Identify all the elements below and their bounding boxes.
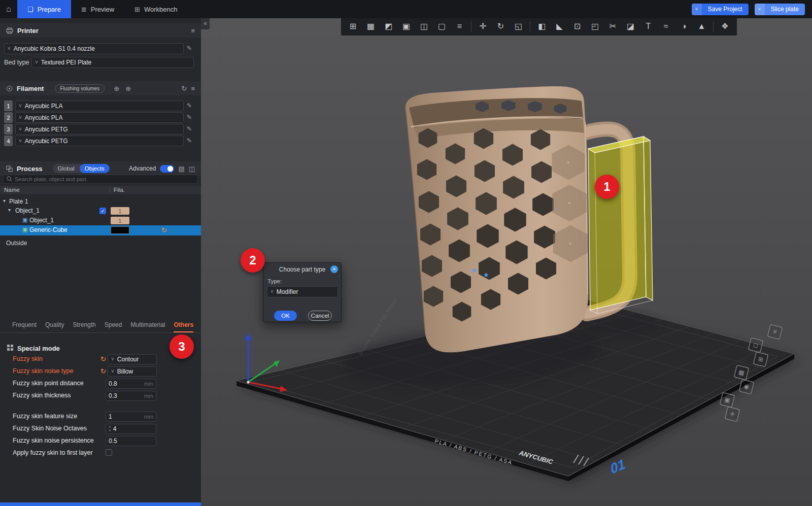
plate-delete-button[interactable]: ✕ [767,324,782,339]
toolbar-icon-variable-layer-height[interactable]: ≡ [451,22,468,31]
filament-select-3[interactable]: ˅ Anycubic PETG [15,124,184,134]
filament-select-2[interactable]: ˅ Anycubic PLA [15,112,184,123]
plate-lock-button[interactable]: ◻ [748,338,763,352]
toolbar-icon-support-paint[interactable]: ▲ [693,22,710,31]
scope-objects[interactable]: Objects [80,164,110,173]
save-project-button[interactable]: ˅ Save Project [692,4,749,15]
fuzzy-skin-noise-type-select[interactable]: ˅ Billow [108,366,157,377]
sidebar-scrollbar[interactable] [0,502,201,506]
reset-part-icon[interactable]: ↻ [161,226,167,234]
search-bar[interactable] [3,175,197,184]
fuzzy-skin-select[interactable]: ˅ Contour [108,354,157,364]
toolbar-icon-cut[interactable]: ✂ [604,21,622,31]
toolbar-icon-seam[interactable]: ≈ [657,22,675,31]
toolbar-icon-move[interactable]: ✛ [474,21,492,31]
toolbar-icon-arrange[interactable]: ▦ [362,21,380,31]
process-compare-icon[interactable]: ◫ [189,165,195,173]
process-list-icon[interactable]: ▤ [178,165,184,173]
tab-quality[interactable]: Quality [45,321,64,332]
tab-preview[interactable]: ≣ Preview [71,0,124,18]
filament-select-1[interactable]: ˅ Anycubic PLA [15,100,184,111]
sidebar-collapse-button[interactable]: « [201,17,210,29]
edit-printer-icon[interactable]: ✎ [187,45,192,52]
sync-filament-icon[interactable]: ↻ [182,85,187,92]
filament-chip[interactable]: 1 [111,207,129,215]
bed-type-select[interactable]: ˅ Textured PEI Plate [31,57,194,68]
plate-orient-button[interactable]: ◉ [739,379,754,394]
filament-select-4[interactable]: ˅ Anycubic PETG [15,136,184,146]
toolbar-icon-boolean[interactable]: ◪ [622,21,639,31]
slice-plate-button[interactable]: ˅ Slice plate [755,4,805,15]
tree-row-modifier-part[interactable]: ▣ Generic-Cube ↻ [0,225,201,235]
toolbar-icon-color-paint[interactable]: ◑ [675,22,693,31]
spinner-arrows[interactable]: ˄˅ [109,425,111,432]
toolbar-icon-auto-orient[interactable]: ◩ [380,21,397,31]
ok-button[interactable]: OK [274,311,297,321]
toolbar-icon-split[interactable]: ◰ [586,21,604,31]
toolbar-icon-add-image[interactable]: ▣ [397,21,415,31]
plate-label-button[interactable]: ▣ [720,392,734,407]
number-input[interactable] [109,413,137,420]
fuzzy-skin-point-distance-input[interactable]: mm [106,379,156,389]
cancel-button[interactable]: Cancel [308,311,332,321]
flushing-volumes-button[interactable]: Flushing volumes [55,84,105,93]
tab-frequent[interactable]: Frequent [12,321,37,332]
prepend-filament-icon[interactable]: ⊕ [114,85,119,92]
printer-settings-icon[interactable]: ≡ [191,27,195,35]
tree-row-plate[interactable]: ▾ Plate 1 [0,197,201,207]
number-input[interactable] [109,437,137,445]
revert-icon[interactable]: ↻ [100,355,106,363]
filament-settings-icon[interactable]: ≡ [191,85,195,92]
tab-strength[interactable]: Strength [73,321,95,332]
home-button[interactable]: ⌂ [0,5,17,14]
tab-multimaterial[interactable]: Multimaterial [130,321,165,332]
append-filament-icon[interactable]: ⊕ [125,85,131,92]
toolbar-icon-assembly[interactable]: ❖ [716,21,734,31]
edit-filament-icon[interactable]: ✎ [187,125,192,132]
number-input[interactable] [109,380,137,387]
fuzzy-skin-feature-size-input[interactable]: mm [106,412,156,422]
plate-settings-button[interactable]: ⊞ [753,352,768,366]
tab-workbench[interactable]: ⊞ Workbench [124,0,187,18]
number-input[interactable] [113,425,142,432]
filament-chip-empty[interactable] [111,226,129,234]
advanced-toggle[interactable] [160,165,174,173]
tab-speed[interactable]: Speed [105,321,122,332]
toolbar-icon-lay-on-face[interactable]: ◣ [551,21,568,31]
number-input[interactable] [109,392,137,399]
fuzzy-skin-noise-octaves-stepper[interactable]: ˄˅ [106,424,156,434]
tree-row-object-child[interactable]: ▣ Object_1 1 [0,216,201,225]
filament-chip[interactable]: 1 [111,217,129,224]
scope-global[interactable]: Global [53,164,80,173]
toolbar-icon-split-to-parts[interactable]: ▢ [433,21,451,31]
edit-filament-icon[interactable]: ✎ [187,137,192,144]
tab-others[interactable]: Others [174,321,193,332]
expand-icon[interactable]: ▾ [8,207,11,213]
toolbar-icon-add-object[interactable]: ⊞ [344,21,362,31]
toolbar-icon-merge[interactable]: ⊡ [568,21,586,31]
modifier-box[interactable] [588,137,653,314]
edit-filament-icon[interactable]: ✎ [187,114,192,121]
revert-icon[interactable]: ↻ [100,367,106,375]
edit-filament-icon[interactable]: ✎ [187,102,192,109]
toolbar-icon-split-to-objects[interactable]: ◫ [415,21,433,31]
chevron-down-icon[interactable]: ˅ [692,4,702,15]
object-checkbox[interactable]: ✓ [99,208,106,214]
toolbar-icon-scale[interactable]: ◱ [510,21,527,31]
toolbar-icon-mirror[interactable]: ◧ [533,21,551,31]
plate-arrange-button[interactable]: ▦ [734,365,749,380]
tree-row-object[interactable]: ▾ Object_1 ✓ 1 [0,206,201,216]
chevron-down-icon[interactable]: ˅ [755,4,765,15]
tab-prepare[interactable]: ❏ Prepare [17,0,71,18]
plate-move-button[interactable]: ✛ [725,407,739,421]
spin-down-icon[interactable]: ˅ [109,429,111,432]
toolbar-icon-rotate[interactable]: ↻ [492,21,510,31]
apply-first-layer-checkbox[interactable] [106,449,112,456]
expand-icon[interactable]: ▾ [3,198,6,204]
printer-select[interactable]: ˅ Anycubic Kobra S1 0.4 nozzle [4,43,184,54]
search-input[interactable] [15,176,194,182]
fuzzy-skin-thickness-input[interactable]: mm [106,391,156,401]
fuzzy-skin-noise-persistence-input[interactable] [106,436,156,446]
toolbar-icon-text[interactable]: T [639,22,657,31]
part-type-select[interactable]: ˅ Modifier [267,286,338,297]
